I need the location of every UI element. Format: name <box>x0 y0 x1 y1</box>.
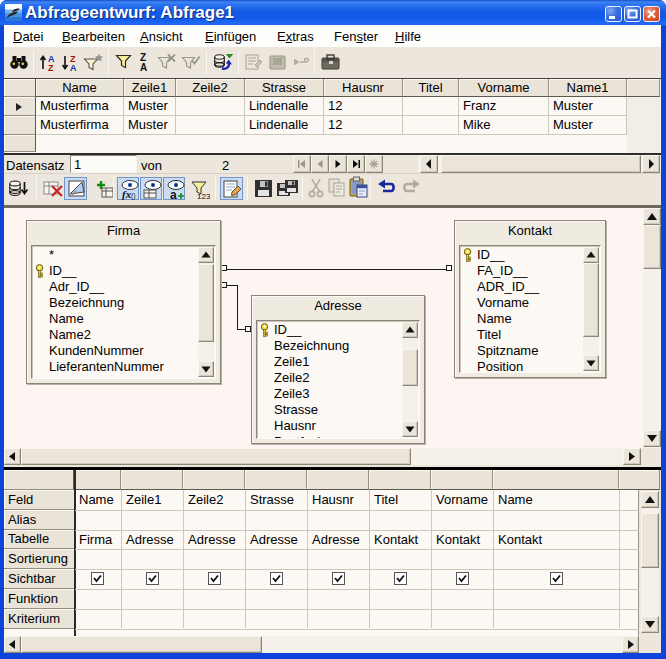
svg-text:Z: Z <box>48 63 54 72</box>
svg-text:123!: 123! <box>197 192 210 200</box>
svg-text:(): () <box>131 192 136 200</box>
svg-text:a: a <box>170 188 177 200</box>
svg-text:A: A <box>140 62 147 73</box>
svg-text:A: A <box>70 63 77 72</box>
